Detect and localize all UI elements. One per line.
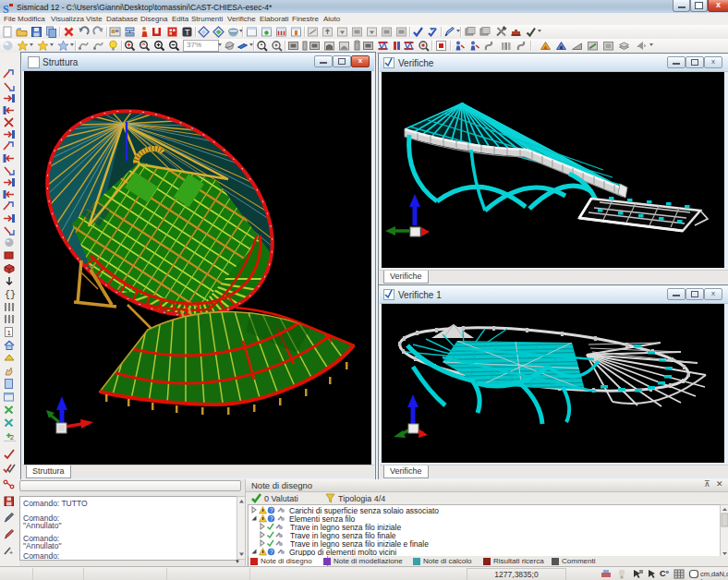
svg-text:1: 1: [7, 329, 12, 337]
svg-text:2: 2: [10, 434, 14, 441]
svg-text:?: ?: [270, 515, 273, 522]
svg-text:?: ?: [270, 549, 273, 555]
svg-text:{}: {}: [5, 290, 16, 300]
svg-text:+: +: [9, 550, 13, 556]
svg-text:?: ?: [270, 507, 273, 514]
svg-text:T: T: [185, 28, 190, 37]
